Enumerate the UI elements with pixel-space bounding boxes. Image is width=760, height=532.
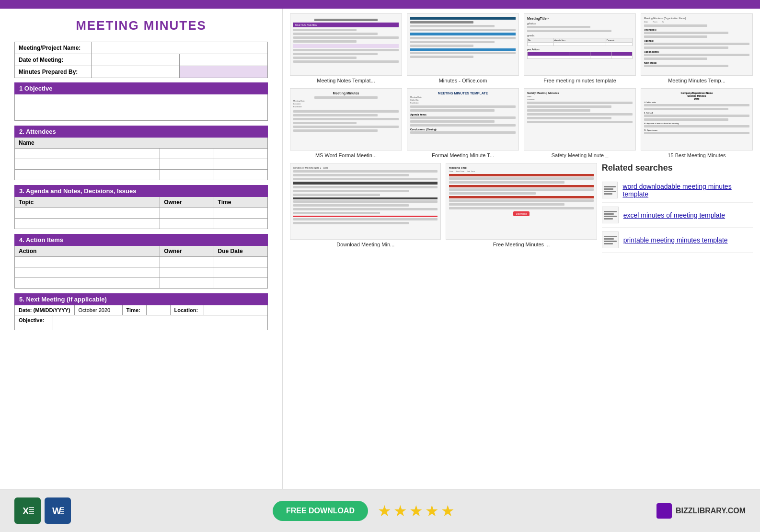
action-row-1: [14, 257, 268, 267]
prepared-by-row: Minutes Prepared By:: [14, 66, 268, 78]
prepared-by-field2[interactable]: [180, 66, 267, 78]
agenda-col-owner: Owner: [160, 197, 214, 208]
section-2-label: 2. Attendees: [19, 128, 56, 135]
thumbnail-8-img: Company/Department NameMeeting MinutesDa…: [641, 88, 753, 150]
star-3: ★: [409, 502, 423, 520]
section-4-label: 4. Action Items: [19, 236, 63, 243]
thumbnail-6[interactable]: MEETING MINUTES TEMPLATE Meeting Date: C…: [407, 88, 519, 158]
thumbnail-1-img: MEETING AGENDA: [290, 13, 402, 76]
thumbnail-7-img: Safety Meeting Minutes Date: Location:: [524, 88, 636, 150]
prepared-by-label: Minutes Prepared By:: [15, 66, 92, 78]
objective-field[interactable]: [53, 315, 267, 330]
related-text-2[interactable]: excel minutes of meeting template: [623, 211, 725, 219]
word-icon: W: [45, 497, 71, 524]
prepared-by-field1[interactable]: [92, 66, 180, 78]
thumbnail-6-img: MEETING MINUTES TEMPLATE Meeting Date: C…: [407, 88, 519, 150]
related-title: Related searches: [602, 163, 753, 173]
action-col-action: Action: [15, 246, 160, 256]
star-5: ★: [441, 502, 455, 520]
section-5-label: 5. Next Meeting (if applicable): [19, 296, 107, 303]
thumbnail-2[interactable]: Minutes - Office.com: [407, 13, 519, 83]
thumbnail-9-img: Minutes of Meeting Note 1 - Date: [290, 163, 441, 240]
star-1: ★: [378, 502, 392, 520]
section-4-header: 4. Action Items: [14, 234, 268, 246]
related-icon-1: [602, 182, 618, 198]
thumbnail-10[interactable]: Meeting Title DateStart TimeEnd Time: [446, 163, 597, 253]
thumbnail-4-img: Meeting Minutes - (Organization Name) Da…: [641, 13, 753, 76]
nm-location-field[interactable]: [204, 305, 267, 315]
attendees-name-header: Name: [14, 138, 268, 149]
nm-time-field[interactable]: [147, 305, 171, 315]
next-meeting-row: Date: (MM/DD/YYYY) October 2020 Time: Lo…: [14, 305, 268, 315]
thumbnail-9-label: Download Meeting Min...: [336, 242, 394, 247]
thumbnail-10-label: Free Meeting Minutes ...: [493, 242, 550, 247]
thumbnails-row-1: MEETING AGENDA Meeting Notes Templat...: [290, 13, 753, 83]
left-form-panel: MEETING MINUTES Meeting/Project Name: Da…: [0, 9, 283, 489]
top-purple-bar: [0, 0, 760, 9]
star-2: ★: [393, 502, 407, 520]
objective-label: Objective:: [15, 315, 53, 330]
nm-date-value[interactable]: October 2020: [75, 305, 123, 315]
thumbnail-8-label: 15 Best Meeting Minutes: [668, 152, 725, 158]
thumbnail-3-img: MeetingTitle> glistics greda No. Agenda …: [524, 13, 636, 76]
section-3-label: 3. Agenda and Notes, Decisions, Issues: [19, 187, 136, 195]
related-item-2[interactable]: excel minutes of meeting template: [602, 203, 753, 228]
nm-date-label: Date: (MM/DD/YYYY): [15, 305, 75, 315]
date-meeting-row: Date of Meeting:: [14, 54, 268, 66]
nm-time-label: Time:: [123, 305, 147, 315]
thumbnail-1[interactable]: MEETING AGENDA Meeting Notes Templat...: [290, 13, 402, 83]
thumbnail-7[interactable]: Safety Meeting Minutes Date: Location: S: [524, 88, 636, 158]
bottom-bar: X W FREE DOWNLOAD ★ ★ ★ ★ ★: [0, 489, 760, 532]
section-1-content[interactable]: [14, 94, 268, 121]
bottom-icons: X W: [14, 497, 71, 524]
date-meeting-field1[interactable]: [92, 54, 180, 66]
thumbnail-3-label: Free meeting minutes template: [543, 78, 616, 83]
section-3-header: 3. Agenda and Notes, Decisions, Issues: [14, 185, 268, 197]
agenda-row-2: [14, 219, 268, 229]
date-meeting-field2[interactable]: [180, 54, 267, 66]
thumbnail-4[interactable]: Meeting Minutes - (Organization Name) Da…: [641, 13, 753, 83]
bizzlibrary-logo: BIZZLIBRARY.COM: [656, 503, 746, 519]
right-panel: MEETING AGENDA Meeting Notes Templat...: [283, 9, 760, 489]
related-item-1[interactable]: word downloadable meeting minutes templa…: [602, 178, 753, 203]
related-icon-2: [602, 207, 619, 223]
thumbnail-10-img: Meeting Title DateStart TimeEnd Time: [446, 163, 597, 240]
related-icon-3: [602, 231, 619, 248]
bizz-logo-text: BIZZLIBRARY.COM: [676, 507, 746, 515]
thumbnails-row-3: Minutes of Meeting Note 1 - Date: [290, 163, 753, 253]
thumbnail-5-label: MS Word Formal Meetin...: [315, 152, 377, 158]
thumbnail-4-label: Meeting Minutes Temp...: [668, 78, 725, 83]
project-name-field[interactable]: [92, 42, 267, 54]
svg-text:X: X: [23, 506, 29, 516]
attendees-row-2: [14, 159, 268, 170]
related-searches-panel: Related searches word downloadable meeti…: [602, 163, 753, 253]
thumbnail-6-label: Formal Meeting Minute T...: [432, 152, 494, 158]
agenda-table-header: Topic Owner Time: [14, 197, 268, 208]
action-col-duedate: Due Date: [214, 246, 267, 256]
bizz-icon: [656, 503, 672, 519]
star-4: ★: [425, 502, 439, 520]
agenda-col-time: Time: [214, 197, 267, 208]
stars-rating: ★ ★ ★ ★ ★: [378, 502, 455, 520]
thumbnail-5-img: Meeting Minutes Meeting Date: Location: …: [290, 88, 402, 150]
related-text-3[interactable]: printable meeting minutes template: [623, 236, 728, 244]
project-name-label: Meeting/Project Name:: [15, 42, 92, 54]
thumbnail-1-label: Meeting Notes Templat...: [317, 78, 375, 83]
related-text-1[interactable]: word downloadable meeting minutes templa…: [622, 183, 753, 198]
free-download-button[interactable]: FREE DOWNLOAD: [273, 501, 368, 521]
thumbnail-2-img: [407, 13, 519, 76]
action-col-owner: Owner: [160, 246, 214, 256]
thumbnail-7-label: Safety Meeting Minute _: [552, 152, 609, 158]
thumbnail-8[interactable]: Company/Department NameMeeting MinutesDa…: [641, 88, 753, 158]
section-1-header: 1 Objective: [14, 82, 268, 94]
thumbnail-5[interactable]: Meeting Minutes Meeting Date: Location: …: [290, 88, 402, 158]
date-meeting-label: Date of Meeting:: [15, 54, 92, 66]
thumbnail-9[interactable]: Minutes of Meeting Note 1 - Date: [290, 163, 441, 253]
agenda-col-topic: Topic: [15, 197, 160, 208]
related-item-3[interactable]: printable meeting minutes template: [602, 228, 753, 253]
section-1-label: 1 Objective: [19, 85, 52, 92]
thumbnail-3[interactable]: MeetingTitle> glistics greda No. Agenda …: [524, 13, 636, 83]
project-name-row: Meeting/Project Name:: [14, 42, 268, 54]
agenda-row-1: [14, 208, 268, 219]
thumbnails-row-2: Meeting Minutes Meeting Date: Location: …: [290, 88, 753, 158]
